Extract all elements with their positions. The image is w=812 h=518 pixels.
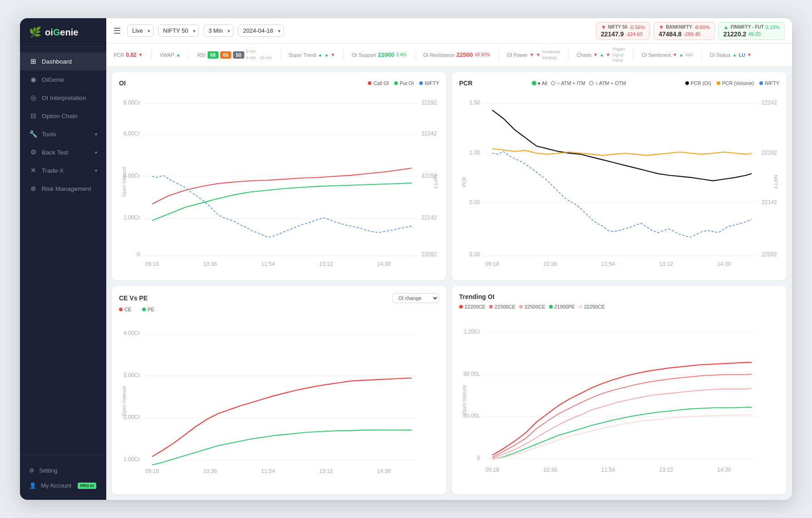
oi-resistance-sub: 48.90% xyxy=(475,52,490,57)
nifty50-arrow: ▼ xyxy=(601,24,606,30)
oi-interp-icon: ◎ xyxy=(29,94,37,102)
account-label: My Account xyxy=(41,482,71,489)
pcr-atm-otm-label: ○ ATM + OTM xyxy=(595,80,626,86)
charts-arr3: ▼ xyxy=(606,52,610,57)
oi-chart-svg: 8.00Cr 6.00Cr 4.00Cr 2.00Cr 0 22292 2224… xyxy=(119,90,439,274)
pcr-nifty-dot xyxy=(759,81,763,85)
svg-text:09:18: 09:18 xyxy=(485,467,500,473)
pcr-opt-atm-otm[interactable]: ○ ATM + OTM xyxy=(589,80,626,86)
interval-select[interactable]: 3 Min xyxy=(203,25,233,37)
22500ce-dot xyxy=(519,305,523,309)
date-select[interactable]: 2024-04-18 xyxy=(238,25,284,37)
finnifty-ticker: ▲ FINNIFTY - FUT 0.23% 21220.2 49.20 xyxy=(718,22,785,40)
svg-text:11:54: 11:54 xyxy=(601,467,615,473)
hamburger-icon[interactable]: ☰ xyxy=(114,26,121,36)
setting-item[interactable]: ⚙ Setting xyxy=(27,463,99,478)
nifty50-change-val: -124.60 xyxy=(625,31,642,37)
banknifty-change-val: -288.45 xyxy=(683,31,700,37)
banknifty-change-pct: -0.60% xyxy=(694,25,710,30)
ce-vs-pe-select[interactable]: OI change xyxy=(392,293,439,303)
ce-label: CE xyxy=(124,307,131,312)
pcr-chart-header: PCR ● All ○ ATM + ITM ○ ATM + OTM xyxy=(459,80,779,87)
sidebar-nav: ⊞ Dashboard ◉ OiGenie ◎ OI Interpretatio… xyxy=(20,47,106,455)
sentiment-sub: Mild xyxy=(685,53,693,57)
svg-text:22142: 22142 xyxy=(762,199,777,205)
pcr-opt-all[interactable]: ● All xyxy=(532,80,547,86)
sidebar-item-label: Trade-X xyxy=(42,167,64,174)
svg-text:Open Interest: Open Interest xyxy=(121,167,127,197)
ce-vs-pe-svg: 4.00Cr 3.00Cr 2.00Cr 1.00Cr 09:18 10:36 … xyxy=(119,316,439,487)
oipower-arr1: ▼ xyxy=(530,52,534,57)
pcr-value: 0.82 xyxy=(126,52,136,58)
sep1 xyxy=(151,50,152,60)
oi-resistance-value: 22500 xyxy=(456,51,473,58)
21900pe-dot xyxy=(549,305,553,309)
22300ce-dot xyxy=(489,305,493,309)
index-select[interactable]: NIFTY 50 xyxy=(158,25,199,37)
svg-text:0.00: 0.00 xyxy=(470,251,480,258)
supertrend-indicator: Super Trend ▲ ▲ ▼ xyxy=(289,52,335,58)
live-select[interactable]: Live xyxy=(127,25,153,37)
trend-21900pe: 21900PE xyxy=(549,304,575,309)
svg-text:22242: 22242 xyxy=(762,100,777,106)
ce-dot xyxy=(119,308,123,311)
ce-vs-pe-title: CE Vs PE xyxy=(119,294,148,302)
sidebar-item-oi-interpretation[interactable]: ◎ OI Interpretation xyxy=(20,89,106,107)
setting-label: Setting xyxy=(39,467,57,474)
22250ce-label: 22250CE xyxy=(584,304,605,309)
sidebar-item-oigenie[interactable]: ◉ OiGenie xyxy=(20,70,106,89)
pro-badge: PRO AI xyxy=(78,483,96,489)
svg-text:22242: 22242 xyxy=(421,130,437,137)
pcr-arrow: ▼ xyxy=(139,52,143,57)
sidebar-item-option-chain[interactable]: ⊟ Option Chain xyxy=(20,107,106,125)
index-select-wrapper: NIFTY 50 xyxy=(158,25,199,37)
svg-text:0: 0 xyxy=(137,251,140,258)
22250ce-dot xyxy=(579,305,582,309)
pcr-chart-legend: PCR (OI) PCR (Volume) NIFTY xyxy=(685,80,779,86)
svg-text:22192: 22192 xyxy=(762,149,777,155)
sidebar-item-label: Risk Management xyxy=(42,185,91,192)
pcr-all-label: ● All xyxy=(538,80,547,86)
svg-text:22092: 22092 xyxy=(762,251,777,258)
trending-oi-svg: 1.20Cr 90.00L 60.00L 0 09:18 10:36 11:54… xyxy=(459,313,779,487)
oi-support-label: OI Support xyxy=(352,52,376,58)
sidebar-item-dashboard[interactable]: ⊞ Dashboard xyxy=(20,52,106,70)
chevron-down-icon: ▾ xyxy=(95,132,97,137)
22200ce-dot xyxy=(459,305,463,309)
account-icon: 👤 xyxy=(29,482,36,489)
charts-arr2: ▲ xyxy=(599,52,604,57)
st-arr2: ▲ xyxy=(324,52,329,57)
rsi-3min: 68 xyxy=(208,51,218,59)
oipower-sub2: Intraday xyxy=(542,55,560,61)
svg-text:4.00Cr: 4.00Cr xyxy=(124,330,140,337)
oi-legend-nifty: NIFTY xyxy=(419,80,439,86)
svg-text:22292: 22292 xyxy=(421,100,437,106)
oipower-sub1: Positional xyxy=(542,49,560,55)
sidebar-item-tools[interactable]: 🔧 Tools ▾ xyxy=(20,125,106,143)
22200ce-label: 22200CE xyxy=(465,304,485,309)
pcr-oi-label: PCR (OI) xyxy=(691,80,711,86)
sidebar-item-trade-x[interactable]: ✕ Trade-X ▾ xyxy=(20,161,106,179)
nifty50-name: NIFTY 50 xyxy=(608,25,628,30)
svg-text:10:36: 10:36 xyxy=(543,467,557,473)
sep7 xyxy=(568,50,569,60)
pcr-chart-title: PCR xyxy=(459,80,473,87)
pcr-opt-atm-itm[interactable]: ○ ATM + ITM xyxy=(551,80,585,86)
sidebar-item-label: Dashboard xyxy=(42,58,72,65)
oi-chart-title: OI xyxy=(119,80,126,87)
pcr-legend-vol: PCR (Volume) xyxy=(717,80,754,86)
account-item[interactable]: 👤 My Account PRO AI xyxy=(27,478,99,493)
pcr-oi-dot xyxy=(685,81,689,85)
rsi-indicator: RSI 68 65 50 3 min 5 min15 min xyxy=(197,49,272,60)
trending-oi-header: Trending OI xyxy=(459,293,779,300)
pcr-legend-nifty: NIFTY xyxy=(759,80,779,86)
trend-22300ce: 22300CE xyxy=(489,304,515,309)
sidebar-item-label: Tools xyxy=(42,131,56,138)
rsi-sub-label: 3 min xyxy=(246,49,272,55)
ce-vs-pe-chart-body: 4.00Cr 3.00Cr 2.00Cr 1.00Cr 09:18 10:36 … xyxy=(119,316,439,487)
oi-sentiment-label: OI Sentiment xyxy=(642,52,671,58)
sidebar-item-risk-management[interactable]: ⊕ Risk Management xyxy=(20,179,106,198)
finnifty-name: FINNIFTY - FUT xyxy=(731,25,764,30)
tools-icon: 🔧 xyxy=(29,130,37,138)
sidebar-item-back-test[interactable]: ⚙ Back Test ▾ xyxy=(20,143,106,161)
